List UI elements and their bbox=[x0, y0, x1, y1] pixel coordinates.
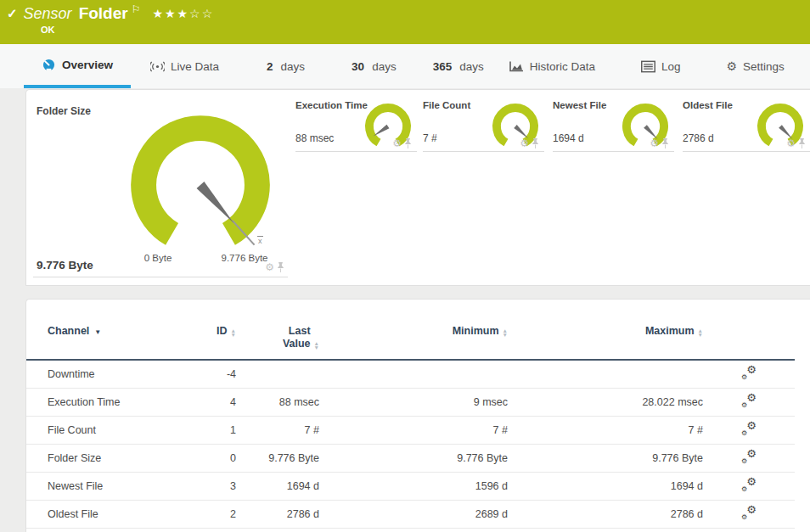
tab-bar: Overview Live Data 2 days 30 days 365 da… bbox=[0, 44, 810, 88]
tab-label: Settings bbox=[743, 60, 785, 73]
pin-icon[interactable] bbox=[532, 138, 539, 148]
gauge-settings-icon[interactable]: ⚙ bbox=[392, 139, 402, 148]
channel-name[interactable]: Newest File bbox=[26, 472, 196, 500]
priority-stars[interactable]: ★★★☆☆ bbox=[152, 7, 214, 20]
channel-name[interactable]: Downtime bbox=[26, 360, 196, 388]
gauge-settings-icon[interactable]: ⚙ bbox=[520, 139, 529, 148]
gauge-settings-icon[interactable]: ⚙ bbox=[650, 139, 659, 148]
gauge-current-value: 1694 d bbox=[553, 132, 584, 144]
channel-maximum: 7 # bbox=[508, 416, 703, 444]
channel-id: 4 bbox=[196, 388, 236, 416]
tab-settings[interactable]: ⚙ Settings bbox=[727, 44, 785, 88]
table-row-folder-size[interactable]: Folder Size 0 9.776 Byte 9.776 Byte 9.77… bbox=[26, 444, 795, 472]
tab-label: Log bbox=[661, 60, 681, 73]
channel-settings-icon[interactable]: ⚙⚙ bbox=[741, 505, 757, 520]
channel-settings-icon[interactable]: ⚙⚙ bbox=[741, 449, 757, 464]
channel-last-value: 7 # bbox=[236, 416, 319, 444]
channel-id: 0 bbox=[196, 444, 236, 472]
column-header-channel[interactable]: Channel▼ bbox=[26, 325, 196, 360]
tab-30-days[interactable]: 30 days bbox=[352, 44, 397, 88]
overview-gauges-panel: Folder Size x 0 Byte 9.776 Byte 9.776 By… bbox=[25, 89, 810, 286]
channel-table: Channel▼ ID▲▼ Last Value▲▼ Minimum▲▼ Max… bbox=[26, 325, 795, 529]
channel-settings-icon[interactable]: ⚙⚙ bbox=[741, 365, 757, 380]
gauge-current-value: 7 # bbox=[423, 132, 437, 144]
gauge-title: Folder Size bbox=[37, 105, 91, 117]
channel-minimum: 2689 d bbox=[319, 500, 508, 528]
channel-id: -4 bbox=[196, 360, 236, 388]
sort-icon: ▲▼ bbox=[503, 328, 508, 337]
channel-last-value: 9.776 Byte bbox=[236, 444, 319, 472]
gauge-title: File Count bbox=[423, 100, 470, 110]
sensor-titlebar: ✓ Sensor Folder ⚐ ★★★☆☆ OK bbox=[0, 0, 810, 44]
table-row-oldest-file[interactable]: Oldest File 2 2786 d 2689 d 2786 d ⚙⚙ bbox=[26, 500, 795, 528]
status-ok-icon: ✓ bbox=[7, 6, 18, 21]
sort-icon: ▲▼ bbox=[231, 328, 236, 337]
pin-icon[interactable] bbox=[661, 138, 669, 148]
stars-empty[interactable]: ☆☆ bbox=[189, 7, 214, 20]
channel-settings-icon[interactable]: ⚙⚙ bbox=[741, 393, 757, 408]
gauge-settings-icon[interactable]: ⚙ bbox=[786, 139, 796, 148]
channel-id: 1 bbox=[196, 416, 236, 444]
tab-log[interactable]: Log bbox=[641, 44, 681, 88]
channel-name[interactable]: Execution Time bbox=[26, 388, 196, 416]
channel-maximum: 9.776 Byte bbox=[508, 444, 703, 472]
column-label: Minimum bbox=[453, 325, 499, 337]
channel-maximum: 28.022 msec bbox=[508, 388, 703, 416]
channel-minimum: 7 # bbox=[319, 416, 508, 444]
tab-historic-data[interactable]: Historic Data bbox=[509, 44, 595, 88]
channel-name[interactable]: Folder Size bbox=[26, 444, 196, 472]
sensor-name: Folder bbox=[79, 4, 128, 23]
pin-icon[interactable] bbox=[404, 138, 412, 148]
gauge-current-value: 88 msec bbox=[295, 132, 334, 144]
gauge-cell-newest-file[interactable]: Newest File 1694 d ⚙ bbox=[553, 90, 674, 152]
tab-2-days[interactable]: 2 days bbox=[267, 44, 305, 88]
tab-overview[interactable]: Overview bbox=[24, 44, 131, 88]
gauge-title: Execution Time bbox=[295, 100, 368, 110]
channel-settings-icon[interactable]: ⚙⚙ bbox=[741, 421, 757, 436]
settings-gear-icon: ⚙ bbox=[727, 60, 738, 72]
gauge-cell-file-count[interactable]: File Count 7 # ⚙ bbox=[423, 90, 544, 152]
sort-icon: ▲▼ bbox=[698, 328, 703, 337]
table-header-row: Channel▼ ID▲▼ Last Value▲▼ Minimum▲▼ Max… bbox=[26, 325, 795, 360]
channel-last-value bbox=[236, 360, 319, 388]
gauge-title: Newest File bbox=[553, 100, 606, 110]
table-row-execution-time[interactable]: Execution Time 4 88 msec 9 msec 28.022 m… bbox=[26, 388, 795, 416]
column-header-minimum[interactable]: Minimum▲▼ bbox=[319, 325, 508, 360]
channel-minimum bbox=[319, 360, 508, 388]
gauge-title: Oldest File bbox=[683, 100, 733, 110]
tab-365-days[interactable]: 365 days bbox=[433, 44, 484, 88]
table-row-newest-file[interactable]: Newest File 3 1694 d 1596 d 1694 d ⚙⚙ bbox=[26, 472, 795, 500]
tab-number: 2 bbox=[267, 60, 273, 73]
gauge-cell-execution-time[interactable]: Execution Time 88 msec ⚙ bbox=[295, 90, 417, 152]
gauge-settings-icon[interactable]: ⚙ bbox=[265, 263, 274, 272]
tab-live-data[interactable]: Live Data bbox=[150, 44, 219, 88]
gauge-cell-folder-size[interactable]: Folder Size x 0 Byte 9.776 Byte 9.776 By… bbox=[33, 97, 288, 277]
channel-minimum: 1596 d bbox=[319, 472, 508, 500]
column-header-actions bbox=[703, 325, 795, 360]
column-header-maximum[interactable]: Maximum▲▼ bbox=[508, 325, 703, 360]
folder-size-gauge bbox=[126, 110, 275, 260]
column-header-last-value[interactable]: Last Value▲▼ bbox=[236, 325, 319, 360]
live-data-icon bbox=[150, 60, 165, 73]
tab-label: days bbox=[372, 60, 397, 73]
channel-last-value: 2786 d bbox=[236, 500, 319, 528]
log-list-icon bbox=[641, 60, 655, 73]
channel-table-panel: Channel▼ ID▲▼ Last Value▲▼ Minimum▲▼ Max… bbox=[25, 299, 810, 532]
column-header-id[interactable]: ID▲▼ bbox=[196, 325, 236, 360]
pin-icon[interactable] bbox=[798, 138, 806, 148]
gauge-cell-oldest-file[interactable]: Oldest File 2786 d ⚙ bbox=[683, 90, 810, 152]
tab-label: Historic Data bbox=[530, 60, 595, 73]
column-label: Maximum bbox=[645, 325, 695, 337]
channel-name[interactable]: Oldest File bbox=[26, 500, 196, 528]
column-label: Channel bbox=[48, 325, 89, 337]
table-row-downtime[interactable]: Downtime -4 ⚙⚙ bbox=[26, 360, 795, 388]
table-row-file-count[interactable]: File Count 1 7 # 7 # 7 # ⚙⚙ bbox=[26, 416, 795, 444]
pin-icon[interactable] bbox=[277, 262, 284, 272]
tab-label: Overview bbox=[62, 59, 113, 71]
stars-filled[interactable]: ★★★ bbox=[152, 7, 189, 20]
channel-id: 2 bbox=[196, 500, 236, 528]
flag-icon[interactable]: ⚐ bbox=[132, 3, 141, 15]
channel-name[interactable]: File Count bbox=[26, 416, 196, 444]
channel-maximum: 1694 d bbox=[508, 472, 703, 500]
channel-settings-icon[interactable]: ⚙⚙ bbox=[741, 477, 757, 492]
